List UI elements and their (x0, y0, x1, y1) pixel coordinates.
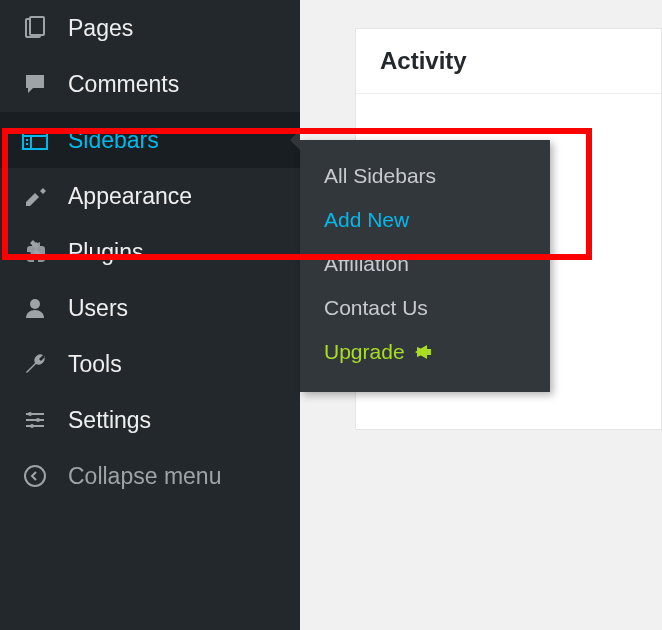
sidebar-item-tools[interactable]: Tools (0, 336, 300, 392)
menu-label: Tools (68, 351, 122, 378)
upgrade-label: Upgrade (324, 340, 405, 364)
sidebar-item-comments[interactable]: Comments (0, 56, 300, 112)
submenu-affiliation[interactable]: Affiliation (300, 242, 550, 286)
admin-sidebar: Pages Comments Sidebars Appearance Plugi (0, 0, 300, 630)
submenu-upgrade[interactable]: Upgrade (300, 330, 550, 374)
sidebar-item-settings[interactable]: Settings (0, 392, 300, 448)
svg-rect-11 (26, 419, 44, 421)
pages-icon (18, 14, 52, 42)
submenu-arrow-icon (290, 130, 300, 150)
submenu-add-new[interactable]: Add New (300, 198, 550, 242)
plugins-icon (18, 238, 52, 266)
sidebars-submenu: All Sidebars Add New Affiliation Contact… (300, 140, 550, 392)
menu-label: Settings (68, 407, 151, 434)
sidebar-item-sidebars[interactable]: Sidebars (0, 112, 300, 168)
collapse-icon (18, 462, 52, 490)
menu-label: Users (68, 295, 128, 322)
sidebars-icon (18, 126, 52, 154)
tools-icon (18, 350, 52, 378)
upgrade-arrow-icon (415, 345, 431, 359)
collapse-label: Collapse menu (68, 463, 221, 490)
svg-rect-9 (26, 413, 44, 415)
svg-point-7 (30, 299, 40, 309)
sidebar-item-users[interactable]: Users (0, 280, 300, 336)
sidebar-item-appearance[interactable]: Appearance (0, 168, 300, 224)
submenu-contact-us[interactable]: Contact Us (300, 286, 550, 330)
svg-rect-1 (30, 17, 44, 35)
menu-label: Pages (68, 15, 133, 42)
appearance-icon (18, 182, 52, 210)
svg-rect-13 (26, 425, 44, 427)
menu-label: Sidebars (68, 127, 159, 154)
svg-point-14 (25, 466, 45, 486)
comments-icon (18, 70, 52, 98)
sidebar-item-plugins[interactable]: Plugins (0, 224, 300, 280)
menu-label: Comments (68, 71, 179, 98)
submenu-all-sidebars[interactable]: All Sidebars (300, 154, 550, 198)
panel-title: Activity (356, 29, 661, 94)
settings-icon (18, 406, 52, 434)
menu-label: Appearance (68, 183, 192, 210)
users-icon (18, 294, 52, 322)
collapse-menu-button[interactable]: Collapse menu (0, 448, 300, 504)
sidebar-item-pages[interactable]: Pages (0, 0, 300, 56)
menu-label: Plugins (68, 239, 143, 266)
